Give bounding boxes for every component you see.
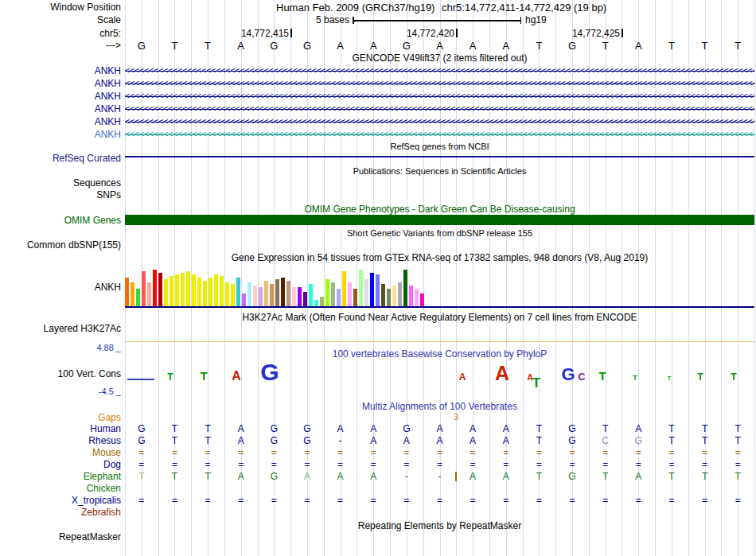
snps-label[interactable]: SNPs (96, 189, 121, 200)
gtex-expression-bar[interactable] (220, 276, 224, 306)
gtex-expression-bar[interactable] (270, 284, 274, 306)
gtex-expression-bar[interactable] (353, 289, 357, 306)
gtex-expression-bar[interactable] (359, 270, 363, 306)
alignment-cell: G (568, 436, 575, 445)
alignment-cell: T (172, 472, 177, 481)
alignment-cell: A (470, 424, 476, 434)
gtex-expression-bar[interactable] (131, 282, 134, 306)
omim-gene-bar[interactable] (125, 215, 754, 225)
gaps-row-label[interactable]: Gaps (98, 412, 121, 423)
gtex-expression-bar[interactable] (392, 286, 396, 306)
gtex-expression-bar[interactable] (320, 297, 324, 306)
refseq-gene-line[interactable] (125, 156, 754, 157)
gene-direction-arrows[interactable]: <<<<<<<<<<<<<<<<<<<<<<<<<<<<<<<<<<<<<<<<… (125, 103, 754, 115)
gtex-expression-bar[interactable] (387, 289, 391, 306)
gtex-expression-bar[interactable] (192, 274, 196, 306)
omim-genes-label[interactable]: OMIM Genes (64, 215, 121, 226)
gtex-expression-bar[interactable] (242, 294, 246, 306)
gtex-expression-bar[interactable] (142, 271, 146, 306)
gtex-expression-bar[interactable] (348, 282, 352, 306)
gene-direction-arrows[interactable]: <<<<<<<<<<<<<<<<<<<<<<<<<<<<<<<<<<<<<<<<… (125, 128, 754, 141)
alignment-cell: = (238, 448, 244, 457)
conservation-track-label[interactable]: 100 Vert. Cons (58, 368, 121, 379)
gtex-expression-bar[interactable] (364, 279, 368, 306)
gtex-expression-bar[interactable] (264, 281, 268, 306)
conservation-glyph: G (561, 368, 575, 380)
gtex-expression-bar[interactable] (197, 278, 201, 306)
coordinate-tick (290, 29, 292, 37)
sequences-label[interactable]: Sequences (73, 177, 121, 189)
gene-label-ankh[interactable]: ANKH (95, 129, 121, 140)
gtex-expression-bar[interactable] (247, 282, 251, 306)
gtex-expression-bar[interactable] (208, 278, 212, 306)
gtex-expression-bar[interactable] (158, 273, 162, 306)
gtex-expression-bar[interactable] (303, 292, 307, 306)
gtex-expression-bar[interactable] (225, 282, 229, 306)
gene-label-ankh[interactable]: ANKH (95, 103, 121, 115)
gene-direction-arrows[interactable]: <<<<<<<<<<<<<<<<<<<<<<<<<<<<<<<<<<<<<<<<… (125, 90, 754, 103)
common-dbsnp-label[interactable]: Common dbSNP(155) (27, 239, 121, 251)
gtex-expression-bar[interactable] (314, 300, 318, 306)
species-label-rhesus[interactable]: Rhesus (88, 435, 121, 446)
gtex-expression-bar[interactable] (147, 282, 151, 306)
gtex-expression-bar[interactable] (381, 284, 385, 306)
gtex-expression-bar[interactable] (331, 282, 335, 306)
gtex-expression-bar[interactable] (236, 278, 240, 306)
gene-direction-arrows[interactable]: <<<<<<<<<<<<<<<<<<<<<<<<<<<<<<<<<<<<<<<<… (125, 77, 754, 90)
gtex-expression-bar[interactable] (415, 289, 419, 306)
gtex-expression-bar[interactable] (170, 276, 173, 306)
gtex-expression-bar[interactable] (175, 274, 179, 306)
gtex-expression-bar[interactable] (286, 281, 290, 306)
gtex-expression-bar[interactable] (153, 270, 157, 306)
species-label-chicken[interactable]: Chicken (87, 483, 121, 494)
repeatmasker-label[interactable]: RepeatMasker (59, 531, 121, 542)
alignment-cell: = (271, 460, 277, 469)
layered-h3k27ac-label[interactable]: Layered H3K27Ac (44, 323, 121, 334)
gtex-expression-bar[interactable] (325, 279, 329, 306)
gene-direction-arrows[interactable]: <<<<<<<<<<<<<<<<<<<<<<<<<<<<<<<<<<<<<<<<… (125, 64, 754, 77)
refseq-curated-label[interactable]: RefSeq Curated (53, 153, 121, 164)
gtex-expression-bar[interactable] (231, 284, 235, 306)
gtex-expression-bar[interactable] (309, 284, 313, 306)
species-label-human[interactable]: Human (90, 423, 121, 434)
gene-label-ankh[interactable]: ANKH (95, 65, 121, 76)
gene-label-ankh[interactable]: ANKH (95, 91, 121, 102)
gtex-gene-label[interactable]: ANKH (95, 282, 121, 293)
alignment-cell: = (304, 496, 310, 505)
gtex-expression-bar[interactable] (420, 294, 424, 306)
gtex-expression-bar[interactable] (125, 278, 129, 306)
alignment-cell: = (570, 496, 575, 505)
gtex-expression-bar[interactable] (259, 287, 263, 306)
species-label-zebrafish[interactable]: Zebrafish (81, 507, 121, 518)
gene-label-ankh[interactable]: ANKH (95, 116, 121, 127)
gtex-expression-bar[interactable] (403, 270, 407, 306)
gtex-expression-bar[interactable] (214, 274, 218, 306)
sequence-base: T (171, 41, 177, 51)
gtex-expression-bar[interactable] (409, 286, 413, 306)
assembly-title: Human Feb. 2009 (GRCh37/hg19) (276, 2, 435, 14)
gtex-expression-bar[interactable] (337, 289, 341, 306)
gtex-expression-bar[interactable] (181, 273, 185, 306)
gtex-expression-bar[interactable] (203, 281, 207, 306)
gene-direction-arrows[interactable]: <<<<<<<<<<<<<<<<<<<<<<<<<<<<<<<<<<<<<<<<… (125, 115, 754, 128)
gtex-expression-bar[interactable] (292, 287, 296, 306)
gtex-expression-bar[interactable] (298, 287, 302, 306)
species-label-dog[interactable]: Dog (103, 459, 121, 470)
gtex-expression-bar[interactable] (253, 286, 257, 306)
gtex-expression-bar[interactable] (398, 282, 402, 306)
gene-label-ankh[interactable]: ANKH (95, 78, 121, 89)
species-label-mouse[interactable]: Mouse (92, 447, 121, 458)
gtex-expression-bar[interactable] (376, 274, 380, 306)
species-label-x_tropicalis[interactable]: X_tropicalis (72, 495, 121, 506)
conservation-glyph: A (495, 367, 509, 380)
gtex-expression-bar[interactable] (281, 278, 285, 306)
gtex-expression-bar[interactable] (342, 271, 346, 306)
alignment-cell: T (602, 472, 608, 481)
gtex-expression-bar[interactable] (186, 271, 190, 306)
gtex-expression-bar[interactable] (370, 273, 374, 306)
gtex-expression-bar[interactable] (136, 289, 140, 306)
gtex-expression-bar[interactable] (275, 279, 279, 306)
gtex-expression-bar[interactable] (164, 279, 168, 306)
species-label-elephant[interactable]: Elephant (84, 471, 121, 482)
alignment-cell: A (370, 424, 376, 434)
